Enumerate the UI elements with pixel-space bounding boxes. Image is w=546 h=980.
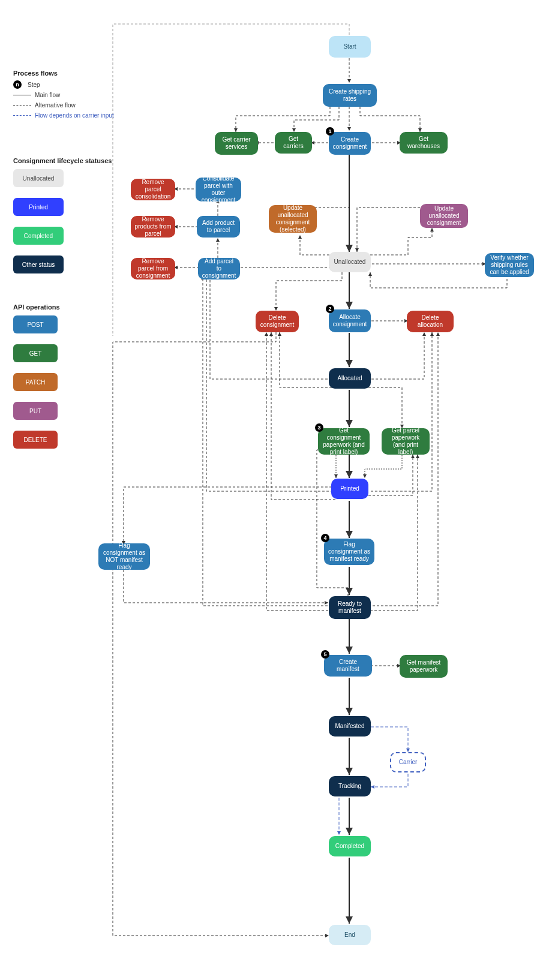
node-get-carrier-services: Get carrier services	[215, 132, 258, 155]
legend-other-status: Other status	[13, 255, 64, 273]
step-3-badge: 3	[315, 423, 323, 432]
legend-post: POST	[13, 315, 58, 333]
step-4-badge: 4	[321, 534, 329, 542]
node-allocate-consignment: Allocate consignment	[329, 309, 371, 332]
node-allocated: Allocated	[329, 368, 371, 389]
node-remove-products: Remove products from parcel	[131, 216, 175, 238]
node-flag-manifest-ready: Flag consignment as manifest ready	[324, 539, 374, 565]
node-start: Start	[329, 36, 371, 58]
node-update-unallocated-selected: Update unallocated consignment (selected…	[269, 205, 317, 233]
node-carrier: Carrier	[390, 752, 426, 772]
node-consolidate-parcel: Consolidate parcel with outer consignmen…	[196, 178, 241, 202]
node-get-carriers: Get carriers	[275, 132, 312, 154]
node-tracking: Tracking	[329, 776, 371, 796]
node-verify-shipping-rules: Verify whether shipping rules can be app…	[485, 253, 534, 277]
node-end: End	[329, 925, 371, 945]
flow-diagram: Process flows n Step Main flow Alternati…	[0, 0, 546, 980]
node-completed: Completed	[329, 836, 371, 856]
legend-step-icon: n	[13, 80, 22, 89]
node-add-parcel: Add parcel to consignment	[198, 258, 240, 279]
node-create-consignment: Create consignment	[329, 132, 371, 155]
legend-get: GET	[13, 344, 58, 362]
legend-alt-label: Alternative flow	[35, 102, 76, 109]
node-get-manifest-paperwork: Get manifest paperwork	[400, 655, 448, 678]
node-create-manifest: Create manifest	[324, 655, 372, 677]
node-delete-consignment: Delete consignment	[256, 311, 299, 332]
node-remove-parcel: Remove parcel from consignment	[131, 258, 175, 279]
node-create-shipping-rates: Create shipping rates	[323, 84, 377, 107]
node-get-parcel-paperwork: Get parcel paperwork (and print label)	[382, 428, 430, 455]
legend-main-label: Main flow	[35, 92, 60, 98]
legend-delete: DELETE	[13, 431, 58, 449]
legend-statuses-title: Consignment lifecycle statuses	[13, 157, 112, 164]
node-printed: Printed	[331, 479, 368, 499]
node-remove-parcel-consolidation: Remove parcel consolidation	[131, 179, 175, 200]
node-delete-allocation: Delete allocation	[407, 311, 454, 332]
node-update-unallocated: Update unallocated consignment	[420, 204, 468, 228]
legend-step-label: Step	[28, 82, 40, 88]
legend-process-flows-title: Process flows	[13, 70, 58, 77]
step-1-badge: 1	[326, 127, 334, 136]
legend-api-title: API operations	[13, 303, 60, 311]
node-unallocated: Unallocated	[329, 252, 371, 272]
step-2-badge: 2	[326, 305, 334, 313]
legend-carrier-label: Flow depends on carrier input	[35, 112, 114, 119]
node-ready-to-manifest: Ready to manifest	[329, 596, 371, 619]
node-manifested: Manifested	[329, 716, 371, 736]
node-add-product: Add product to parcel	[197, 216, 240, 238]
node-get-warehouses: Get warehouses	[400, 132, 448, 154]
legend-completed: Completed	[13, 227, 64, 245]
legend-main-line	[13, 95, 31, 96]
node-get-consignment-paperwork: Get consignment paperwork (and print lab…	[318, 428, 370, 455]
legend-printed: Printed	[13, 198, 64, 216]
legend-alt-line	[13, 105, 31, 106]
legend-unallocated: Unallocated	[13, 169, 64, 187]
legend-patch: PATCH	[13, 373, 58, 391]
step-5-badge: 5	[321, 650, 329, 659]
node-flag-not-manifest-ready: Flag consignment as NOT manifest ready	[98, 543, 150, 570]
edges-layer	[0, 0, 546, 980]
legend-put: PUT	[13, 402, 58, 420]
legend-carrier-line	[13, 115, 31, 116]
